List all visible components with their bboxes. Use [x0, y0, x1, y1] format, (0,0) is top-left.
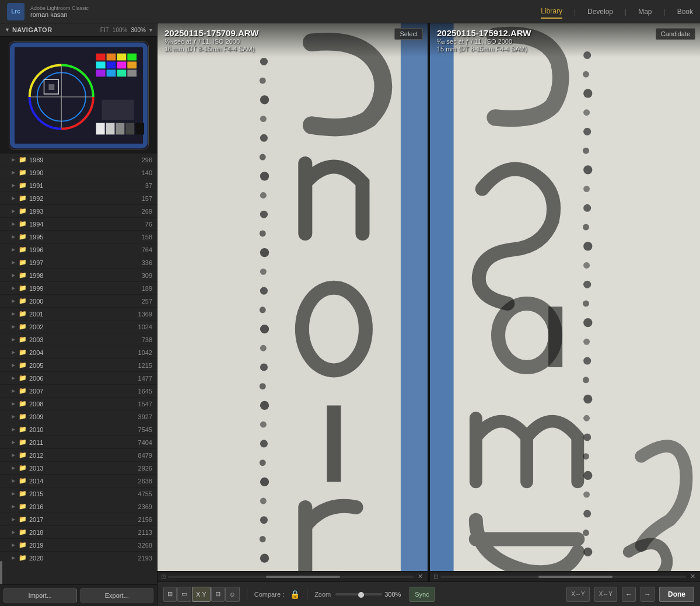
- zoom-value: 300%: [384, 591, 405, 598]
- folder-count: 8479: [132, 452, 152, 459]
- folder-icon: 📁: [19, 310, 27, 318]
- folder-count: 1645: [132, 388, 152, 395]
- folder-item[interactable]: ▶ 📁 2000 257: [0, 295, 157, 308]
- folder-item[interactable]: ▶ 📁 1991 37: [0, 179, 157, 192]
- folder-item[interactable]: ▶ 📁 1997 336: [0, 256, 157, 269]
- folder-item[interactable]: ▶ 📁 1998 309: [0, 269, 157, 282]
- folder-icon: 📁: [19, 528, 27, 536]
- left-scroll-track[interactable]: [168, 576, 414, 578]
- folder-item[interactable]: ▶ 📁 2014 2638: [0, 475, 157, 487]
- export-button[interactable]: Export...: [80, 588, 154, 602]
- nav-menu: Library | Develop | Map | Book: [541, 5, 693, 19]
- right-panel-scrollbar[interactable]: ⊡ ✕: [430, 571, 700, 581]
- folder-item[interactable]: ▶ 📁 1994 76: [0, 218, 157, 231]
- zoom-fit[interactable]: FIT: [100, 27, 109, 33]
- select-badge[interactable]: Select: [394, 28, 423, 40]
- sync-button[interactable]: Sync: [410, 587, 434, 602]
- svg-point-45: [260, 401, 269, 410]
- folder-item[interactable]: ▶ 📁 2007 1645: [0, 385, 157, 398]
- folder-item[interactable]: ▶ 📁 2001 1369: [0, 308, 157, 321]
- svg-rect-57: [430, 23, 700, 571]
- svg-point-51: [260, 516, 268, 524]
- zoom-slider[interactable]: [335, 593, 382, 595]
- folder-item[interactable]: ▶ 📁 2005 1215: [0, 359, 157, 372]
- svg-point-66: [583, 186, 590, 192]
- folder-item[interactable]: ▶ 📁 1999 189: [0, 282, 157, 295]
- folder-name: 2013: [29, 465, 130, 472]
- folder-name: 1994: [29, 221, 130, 228]
- folder-item[interactable]: ▶ 📁 1990 140: [0, 166, 157, 179]
- folder-item[interactable]: ▶ 📁 2016 2369: [0, 500, 157, 513]
- nav-library[interactable]: Library: [541, 5, 562, 19]
- left-panel-image[interactable]: [158, 23, 428, 571]
- folder-item[interactable]: ▶ 📁 2010 7545: [0, 423, 157, 436]
- svg-point-34: [260, 192, 267, 198]
- folder-item[interactable]: ▶ 📁 2008 1547: [0, 398, 157, 410]
- next-arrow-button[interactable]: →: [640, 587, 654, 602]
- folder-item[interactable]: ▶ 📁 2011 7404: [0, 436, 157, 449]
- xy-swap-button-1[interactable]: X↔Y: [566, 587, 589, 602]
- folder-item[interactable]: ▶ 📁 2013 2926: [0, 462, 157, 475]
- prev-arrow-button[interactable]: ←: [622, 587, 636, 602]
- nav-book[interactable]: Book: [677, 5, 693, 18]
- left-panel-close-button[interactable]: ✕: [416, 573, 424, 581]
- loupe-view-button[interactable]: ▭: [177, 587, 191, 602]
- folder-icon: 📁: [19, 426, 27, 433]
- right-scroll-track[interactable]: [440, 576, 686, 578]
- folder-item[interactable]: ▶ 📁 2015 4755: [0, 487, 157, 500]
- svg-point-50: [260, 498, 267, 504]
- left-panel-scrollbar[interactable]: ⊡ ✕: [158, 571, 428, 581]
- candidate-badge[interactable]: Candidate: [656, 28, 695, 40]
- folder-item[interactable]: ▶ 📁 2012 8479: [0, 449, 157, 462]
- svg-point-28: [260, 78, 266, 84]
- folder-item[interactable]: ▶ 📁 2004 1042: [0, 346, 157, 359]
- lock-icon[interactable]: 🔒: [290, 590, 300, 599]
- folder-list[interactable]: ▶ 📁 1989 296 ▶ 📁 1990 140 ▶ 📁 1991 37 ▶ …: [0, 154, 157, 561]
- folder-expand-icon: ▶: [12, 337, 16, 342]
- folder-count: 296: [132, 156, 152, 163]
- people-view-button[interactable]: ☺: [225, 587, 240, 602]
- folder-count: 764: [132, 246, 152, 253]
- navigator-toggle-icon[interactable]: ▼: [5, 27, 10, 33]
- folder-count: 4755: [132, 490, 152, 497]
- import-button[interactable]: Import...: [4, 588, 77, 602]
- survey-view-button[interactable]: ⊟: [211, 587, 225, 602]
- zoom-100[interactable]: 100%: [113, 27, 128, 33]
- nav-map[interactable]: Map: [638, 5, 652, 18]
- grid-view-button[interactable]: ⊞: [163, 587, 177, 602]
- folder-item[interactable]: ▶ 📁 1993 269: [0, 205, 157, 218]
- zoom-thumb[interactable]: [358, 592, 364, 598]
- folder-item[interactable]: ▶ 📁 2019 3268: [0, 539, 157, 552]
- folder-item[interactable]: ▶ 📁 2003 738: [0, 333, 157, 346]
- left-scroll-thumb[interactable]: [266, 576, 340, 578]
- folder-item[interactable]: ▶ 📁 2017 2156: [0, 513, 157, 526]
- folder-item[interactable]: ▶ 📁 2006 1477: [0, 372, 157, 385]
- folder-item[interactable]: ▶ 📁 2002 1024: [0, 321, 157, 333]
- zoom-300[interactable]: 300%: [131, 27, 146, 33]
- folder-item[interactable]: ▶ 📁 2009 3927: [0, 410, 157, 423]
- app-product-name: Adobe Lightroom Classic: [30, 5, 89, 11]
- zoom-dropdown-icon[interactable]: ▾: [149, 27, 152, 33]
- navigator-title: Navigator: [12, 26, 98, 33]
- folder-icon: 📁: [19, 516, 27, 523]
- sidebar-scroll-handle[interactable]: [0, 561, 2, 584]
- folder-icon: 📁: [19, 220, 27, 228]
- right-panel-close-button[interactable]: ✕: [688, 573, 696, 581]
- folder-icon: 📁: [19, 259, 27, 266]
- folder-expand-icon: ▶: [12, 517, 16, 522]
- nav-develop[interactable]: Develop: [587, 5, 613, 18]
- right-scroll-thumb[interactable]: [538, 576, 612, 578]
- folder-item[interactable]: ▶ 📁 1992 157: [0, 192, 157, 205]
- folder-item[interactable]: ▶ 📁 1996 764: [0, 243, 157, 256]
- folder-item[interactable]: ▶ 📁 1995 158: [0, 231, 157, 243]
- done-button[interactable]: Done: [659, 587, 694, 602]
- right-panel-image[interactable]: [430, 23, 700, 571]
- folder-item[interactable]: ▶ 📁 2018 2113: [0, 526, 157, 539]
- xy-swap-button-2[interactable]: X↔Y: [594, 587, 617, 602]
- zoom-slider-area[interactable]: 300%: [335, 591, 405, 598]
- compare-view-button[interactable]: X Y: [192, 587, 211, 602]
- folder-item[interactable]: ▶ 📁 1989 296: [0, 154, 157, 166]
- folder-name: 2010: [29, 426, 130, 433]
- folder-item[interactable]: ▶ 📁 2020 2193: [0, 552, 157, 561]
- content-area: Select 20250115-175709.ARW ¹⁄₆₀ sec at ƒ…: [158, 23, 700, 606]
